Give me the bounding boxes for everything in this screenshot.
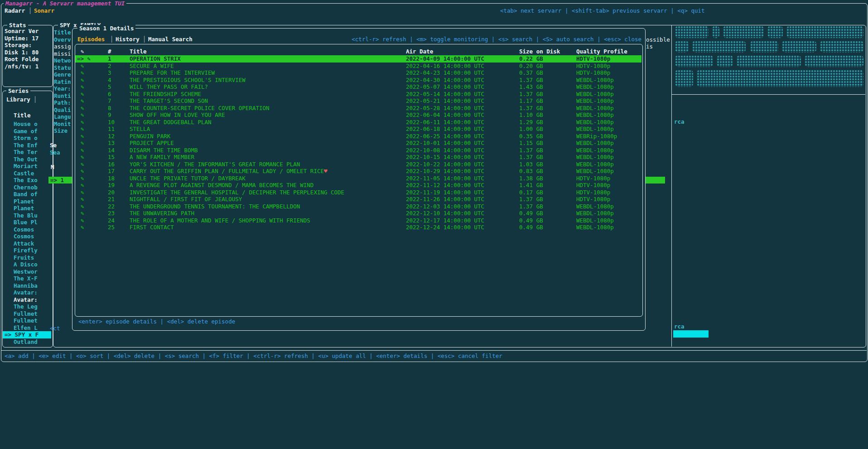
episode-row[interactable]: ✎2SECURE A WIFE2022-04-16 14:00:00 UTC0.… (75, 63, 641, 70)
episode-title: UNCLE THE PRIVATE TUTOR / DAYBREAK (124, 175, 400, 182)
episode-quality-profile: WEBDL-1080p (571, 210, 641, 217)
selected-season-row-fragment-right[interactable] (645, 177, 665, 183)
episode-row[interactable]: ✎8THE COUNTER-SECRET POLICE COVER OPERAT… (75, 105, 641, 112)
poster-art-blob (737, 55, 801, 67)
series-list-item[interactable]: Outland (3, 338, 51, 346)
episode-air-date: 2022-04-23 14:00:00 UTC (400, 69, 514, 77)
episode-air-date: 2022-12-24 14:00:00 UTC (400, 224, 514, 231)
series-list-item[interactable]: Cosmos (3, 233, 51, 240)
series-list-item[interactable]: Fullmet (3, 317, 51, 324)
episode-number: 15 (102, 154, 124, 161)
episode-title: A NEW FAMILY MEMBER (124, 154, 400, 161)
tab-episodes[interactable]: Episodes (77, 36, 105, 43)
episode-row[interactable]: ✎11STELLA2022-06-18 14:00:00 UTC1.00 GBW… (75, 126, 641, 133)
series-list-item[interactable]: The Exo (3, 177, 51, 184)
episode-row[interactable]: ✎3PREPARE FOR THE INTERVIEW2022-04-23 14… (75, 69, 641, 77)
series-list-item[interactable]: House o (3, 121, 51, 128)
episode-air-date: 2022-05-07 14:00:00 UTC (400, 83, 514, 91)
edit-pencil-icon: ✎ (75, 126, 102, 133)
episode-row[interactable]: ✎17CARRY OUT THE GRIFFIN PLAN / FULLMETA… (75, 168, 641, 175)
episode-title: OPERATION STRIX (124, 55, 400, 63)
edit-pencil-icon: ✎ (75, 77, 102, 84)
episode-row[interactable]: ✎10THE GREAT DODGEBALL PLAN2022-06-11 14… (75, 119, 641, 126)
episode-number: 11 (102, 126, 124, 133)
selected-season-row-fragment-left[interactable]: => 1 (48, 177, 74, 183)
series-list-item[interactable]: Avatar: (3, 289, 51, 296)
episode-row[interactable]: ✎7THE TARGET'S SECOND SON2022-05-21 14:0… (75, 97, 641, 105)
episode-quality-profile: WEBRip-1080p (571, 133, 641, 140)
series-list-item[interactable]: Blue Pl (3, 219, 51, 226)
series-list-item[interactable]: Planet (3, 205, 51, 212)
episode-number: 25 (102, 224, 124, 231)
series-list-item[interactable]: Game of (3, 128, 51, 135)
series-list-item[interactable]: => SPY x F (3, 331, 51, 338)
series-list-item[interactable]: Storm o (3, 135, 51, 142)
series-list-item[interactable]: The Leg (3, 303, 51, 310)
episode-number: 23 (102, 210, 124, 217)
series-list-item[interactable]: Elfen L (3, 324, 51, 332)
episode-quality-profile: WEBDL-1080p (571, 161, 641, 168)
episode-air-date: 2022-06-04 14:00:00 UTC (400, 111, 514, 119)
edit-pencil-icon: ✎ (75, 63, 102, 70)
series-list-item[interactable]: Moriart (3, 163, 51, 170)
episode-quality-profile: HDTV-1080p (571, 189, 641, 196)
series-list-item[interactable]: The Enf (3, 142, 51, 149)
episode-title: THE UNWAVERING PATH (124, 210, 400, 217)
episode-row[interactable]: ✎12PENGUIN PARK2022-06-25 14:00:00 UTC0.… (75, 133, 641, 140)
edit-pencil-icon: => ✎ (75, 55, 102, 63)
episode-row[interactable]: ✎16YOR'S KITCHEN / THE INFORMANT'S GREAT… (75, 161, 641, 168)
episode-row[interactable]: ✎23THE UNWAVERING PATH2022-12-10 14:00:0… (75, 210, 641, 217)
episode-row[interactable]: ✎19A REVENGE PLOT AGAINST DESMOND / MAMA… (75, 182, 641, 189)
seasons-column-fragment: Sea (50, 149, 60, 156)
episode-number: 6 (102, 91, 124, 98)
series-list-item[interactable]: Westwor (3, 268, 51, 275)
episode-row[interactable]: ✎13PROJECT APPLE2022-10-01 14:00:00 UTC1… (75, 140, 641, 147)
episode-row[interactable]: ✎9SHOW OFF HOW IN LOVE YOU ARE2022-06-04… (75, 111, 641, 119)
episode-row[interactable]: ✎20INVESTIGATE THE GENERAL HOSPITAL / DE… (75, 189, 641, 196)
episode-row[interactable]: ✎5WILL THEY PASS OR FAIL?2022-05-07 14:0… (75, 83, 641, 91)
series-list-item[interactable]: Avatar: (3, 296, 51, 304)
episode-row[interactable]: ✎6THE FRIENDSHIP SCHEME2022-05-14 14:00:… (75, 91, 641, 98)
series-list-item[interactable]: Planet (3, 198, 51, 205)
series-list-item[interactable]: Chernob (3, 184, 51, 191)
edit-pencil-icon: ✎ (75, 83, 102, 91)
edit-pencil-icon: ✎ (75, 119, 102, 126)
episode-row[interactable]: ✎4THE PRESTIGIOUS SCHOOL'S INTERVIEW2022… (75, 77, 641, 84)
series-list-item[interactable]: Hanniba (3, 282, 51, 290)
series-field-fragment: Ratin (54, 78, 71, 86)
episode-row[interactable]: ✎24THE ROLE OF A MOTHER AND WIFE / SHOPP… (75, 217, 641, 224)
tab-manual-search[interactable]: Manual Search (148, 36, 193, 43)
poster-art-blob (675, 70, 693, 87)
series-list-item[interactable]: Cosmos (3, 226, 51, 233)
episode-title: FIRST CONTACT (124, 224, 400, 231)
episode-number: 14 (102, 147, 124, 154)
series-list-item[interactable]: The X-F (3, 275, 51, 282)
series-field-fragment: Path: (54, 99, 71, 106)
episode-air-date: 2022-10-08 14:00:00 UTC (400, 147, 514, 154)
tab-history[interactable]: History (116, 36, 140, 43)
series-list-item[interactable]: The Ter (3, 149, 51, 156)
episode-row[interactable]: ✎14DISARM THE TIME BOMB2022-10-08 14:00:… (75, 147, 641, 154)
episode-title: INVESTIGATE THE GENERAL HOSPITAL / DECIP… (124, 189, 400, 196)
series-list-item[interactable]: Fruits (3, 254, 51, 261)
episode-row[interactable]: ✎15A NEW FAMILY MEMBER2022-10-15 14:00:0… (75, 154, 641, 161)
episode-size: 1.41 GB (514, 182, 571, 189)
episode-row[interactable]: => ✎1OPERATION STRIX2022-04-09 14:00:00 … (75, 55, 641, 63)
series-list-item[interactable]: The Out (3, 156, 51, 163)
series-list-item[interactable]: Castle (3, 170, 51, 177)
episode-number: 18 (102, 175, 124, 182)
episode-row[interactable]: ✎18UNCLE THE PRIVATE TUTOR / DAYBREAK202… (75, 175, 641, 182)
series-list-item[interactable]: Attack (3, 240, 51, 247)
episode-quality-profile: WEBDL-1080p (571, 97, 641, 105)
series-list-item[interactable]: The Blu (3, 212, 51, 219)
episode-row[interactable]: ✎21NIGHTFALL / FIRST FIT OF JEALOUSY2022… (75, 196, 641, 203)
episode-row[interactable]: ✎22THE UNDERGROUND TENNIS TOURNAMENT: TH… (75, 203, 641, 210)
episode-size: 0.17 GB (514, 189, 571, 196)
edit-pencil-icon: ✎ (75, 105, 102, 112)
episode-quality-profile: WEBDL-1080p (571, 77, 641, 84)
series-list-item[interactable]: A Disco (3, 261, 51, 268)
series-list-item[interactable]: Firefly (3, 247, 51, 254)
series-list-item[interactable]: Band of (3, 191, 51, 198)
episode-row[interactable]: ✎25FIRST CONTACT2022-12-24 14:00:00 UTC0… (75, 224, 641, 231)
series-list-item[interactable]: Fullmet (3, 310, 51, 318)
